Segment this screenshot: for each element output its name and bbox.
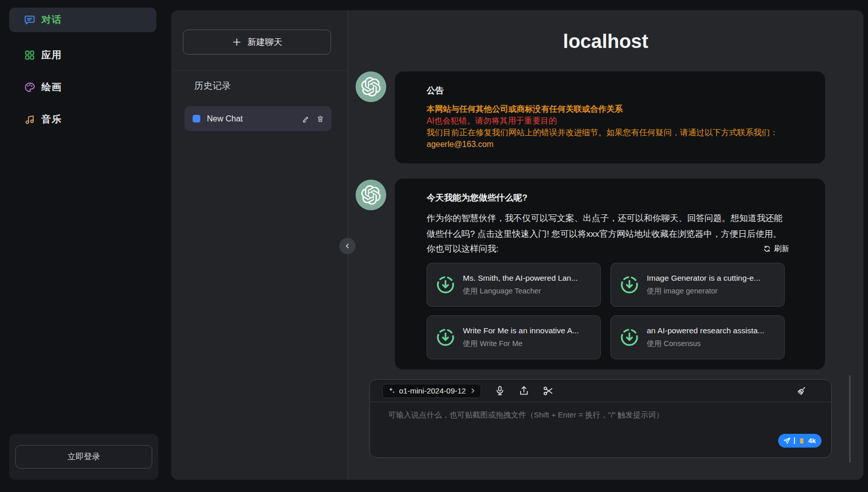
suggestion-subtitle: 使用 Language Teacher — [463, 286, 578, 296]
upload-button[interactable] — [519, 385, 529, 396]
suggestion-title: an AI-powered research assista... — [647, 326, 764, 335]
suggestion-card[interactable]: an AI-powered research assista... 使用 Con… — [611, 315, 785, 359]
scrollbar-thumb[interactable] — [849, 375, 851, 463]
download-circle-icon — [435, 327, 456, 348]
palette-icon — [24, 82, 35, 93]
sparkle-icon — [388, 387, 395, 395]
new-chat-label: 新建聊天 — [248, 36, 283, 48]
download-circle-icon — [619, 275, 640, 295]
badge-divider — [794, 437, 795, 444]
download-circle-icon — [435, 275, 456, 295]
chat-list-divider — [171, 70, 347, 71]
composer: o1-mini-2024-09-12 — [369, 379, 832, 458]
chat-list-item[interactable]: New Chat — [184, 106, 332, 131]
clear-context-button[interactable] — [795, 385, 808, 397]
chat-item-color-square — [193, 115, 200, 122]
new-chat-button[interactable]: 新建聊天 — [183, 30, 331, 55]
message-input[interactable] — [388, 410, 812, 441]
microphone-button[interactable] — [495, 385, 505, 396]
music-note-icon — [24, 114, 35, 125]
composer-toolbar: o1-mini-2024-09-12 — [370, 380, 831, 402]
chat-bubble-icon — [24, 14, 35, 26]
sidebar-item-music[interactable]: 音乐 — [9, 108, 156, 131]
edit-chat-icon[interactable] — [302, 115, 310, 123]
login-card: 立即登录 — [9, 434, 158, 480]
scissors-icon — [543, 385, 554, 397]
app-grid-icon — [24, 50, 35, 61]
send-plane-icon — [783, 437, 791, 445]
chat-item-title: New Chat — [207, 114, 302, 124]
suggestion-subtitle: 使用 image generator — [647, 286, 760, 296]
welcome-title: 今天我能为您做些什么呢? — [427, 192, 789, 204]
suggestion-grid: Ms. Smith, the AI-powered Lan... 使用 Lang… — [427, 263, 789, 359]
sidebar-item-label: 音乐 — [41, 113, 62, 126]
assistant-avatar — [356, 180, 386, 210]
openai-logo-icon — [361, 185, 381, 205]
suggestion-subtitle: 使用 Consensus — [647, 339, 764, 349]
suggestion-title: Write For Me is an innovative A... — [463, 326, 579, 335]
sidebar-item-apps[interactable]: 应用 — [9, 44, 156, 66]
page-title: localhost — [348, 31, 863, 53]
login-button[interactable]: 立即登录 — [15, 445, 152, 469]
chevron-right-icon — [470, 387, 476, 394]
announcement-message: 公告 本网站与任何其他公司或商标没有任何关联或合作关系 AI也会犯错。请勿将其用… — [395, 71, 825, 163]
collapse-sidebar-button[interactable] — [339, 238, 356, 254]
clip-button[interactable] — [543, 385, 554, 397]
suggestion-card[interactable]: Image Generator is a cutting-e... 使用 ima… — [611, 263, 785, 307]
refresh-label: 刷新 — [774, 244, 789, 254]
app-panel: 新建聊天 历史记录 New Chat localhost — [171, 10, 863, 480]
announcement-line: 我们目前正在修复我们网站上的错误并改进细节。如果您有任何疑问，请通过以下方式联系… — [427, 127, 789, 138]
send-button[interactable]: 4k — [778, 434, 822, 448]
suggestion-card[interactable]: Write For Me is an innovative A... 使用 Wr… — [427, 315, 601, 359]
history-title: 历史记录 — [194, 80, 231, 92]
upload-icon — [519, 385, 529, 396]
sidebar: 对话 应用 绘画 — [0, 0, 171, 492]
welcome-message: 今天我能为您做些什么呢? 作为你的智慧伙伴，我不仅可以写文案、出点子，还可以和你… — [395, 179, 825, 370]
suggestion-title: Ms. Smith, the AI-powered Lan... — [463, 274, 578, 283]
chat-region: localhost 公告 本网站与任何其他公司或商标没有任何关联或合作关系 AI… — [348, 10, 863, 480]
refresh-button[interactable]: 刷新 — [763, 244, 789, 254]
ask-hint: 你也可以这样问我: — [427, 243, 499, 255]
contact-email-link[interactable]: ageerle@163.com — [427, 140, 494, 149]
sidebar-item-chat[interactable]: 对话 — [9, 8, 156, 32]
model-selector[interactable]: o1-mini-2024-09-12 — [382, 384, 481, 398]
sidebar-item-label: 应用 — [41, 48, 62, 62]
welcome-body: 作为你的智慧伙伴，我不仅可以写文案、出点子，还可以和你聊天、回答问题。想知道我还… — [427, 210, 789, 242]
suggestion-title: Image Generator is a cutting-e... — [647, 274, 760, 283]
openai-logo-icon — [361, 77, 381, 96]
sidebar-item-drawing[interactable]: 绘画 — [9, 76, 156, 99]
delete-chat-icon[interactable] — [316, 115, 324, 123]
sidebar-item-label: 对话 — [41, 13, 62, 27]
refresh-icon — [763, 245, 771, 253]
microphone-icon — [495, 385, 505, 396]
announcement-line: AI也会犯错。请勿将其用于重要目的 — [427, 115, 789, 127]
announcement-line: 本网站与任何其他公司或商标没有任何关联或合作关系 — [427, 103, 789, 115]
model-name: o1-mini-2024-09-12 — [399, 386, 466, 395]
sidebar-item-label: 绘画 — [41, 81, 62, 94]
plus-icon — [232, 37, 242, 47]
announcement-title: 公告 — [427, 85, 789, 96]
broom-icon — [795, 385, 808, 397]
download-circle-icon — [619, 327, 640, 348]
suggestion-card[interactable]: Ms. Smith, the AI-powered Lan... 使用 Lang… — [427, 263, 601, 307]
coins-icon — [798, 437, 805, 445]
suggestion-subtitle: 使用 Write For Me — [463, 339, 579, 349]
chevron-left-icon — [343, 242, 351, 250]
token-count: 4k — [808, 437, 816, 445]
assistant-avatar — [356, 71, 386, 102]
